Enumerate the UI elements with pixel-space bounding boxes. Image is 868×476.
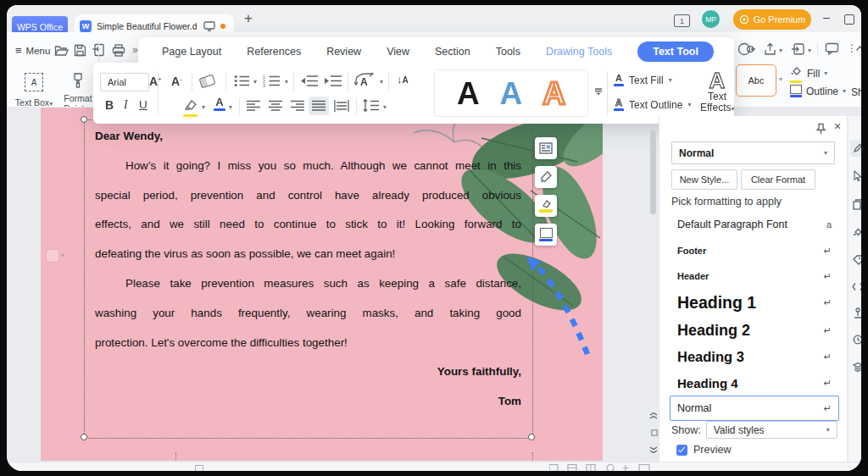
- text-fill-button[interactable]: A Text Fill ▾: [614, 74, 672, 86]
- dropdown-caret[interactable]: ▾: [253, 79, 257, 86]
- quick-brush-button[interactable]: [535, 166, 557, 188]
- vertical-scrollbar[interactable]: [649, 111, 658, 462]
- dropdown-caret[interactable]: ▾: [380, 79, 383, 86]
- ribbon-tab-page-layout[interactable]: Page Layout: [162, 46, 221, 58]
- font-name-select[interactable]: Arial: [100, 73, 149, 91]
- minimize-button[interactable]: –: [823, 10, 830, 24]
- text-direction-icon[interactable]: A: [354, 73, 376, 88]
- dropdown-caret[interactable]: ▾: [229, 104, 232, 111]
- style-item-header[interactable]: Header ↵: [670, 263, 839, 289]
- scrollbar-thumb[interactable]: [650, 130, 656, 214]
- close-panel-icon[interactable]: ×: [834, 119, 841, 133]
- dropdown-caret[interactable]: ▾: [383, 104, 387, 111]
- export-pdf-icon[interactable]: [92, 43, 106, 57]
- shape-outline-button[interactable]: Outline ▾: [790, 85, 846, 97]
- show-styles-select[interactable]: Valid styles ▾: [706, 421, 837, 439]
- shape-style-more-icon[interactable]: ▾: [779, 76, 782, 83]
- share-user-icon[interactable]: [737, 42, 756, 56]
- ribbon-tab-drawing-tools[interactable]: Drawing Tools: [546, 46, 612, 58]
- tag-icon[interactable]: [853, 255, 861, 265]
- increase-font-button[interactable]: A+: [149, 74, 162, 89]
- wordart-more-button[interactable]: [593, 83, 604, 98]
- selection-handle[interactable]: [81, 434, 87, 440]
- quick-highlight-button[interactable]: [535, 195, 557, 217]
- ribbon-tab-view[interactable]: View: [387, 46, 409, 58]
- open-file-icon[interactable]: [54, 44, 69, 57]
- pin-panel-icon[interactable]: [815, 123, 826, 135]
- shape-effects-label[interactable]: Shape: [851, 86, 861, 98]
- new-style-button[interactable]: New Style...: [671, 169, 737, 190]
- style-combobox[interactable]: Normal ▾: [671, 141, 835, 164]
- letter-text[interactable]: Dear Wendy, How’s it going? I miss you s…: [95, 122, 521, 417]
- justify-button[interactable]: [309, 97, 329, 115]
- dropdown-caret[interactable]: ▾: [61, 252, 64, 259]
- comment-icon[interactable]: [825, 42, 839, 55]
- italic-button[interactable]: I: [124, 98, 128, 112]
- print-icon[interactable]: [112, 44, 125, 57]
- dropdown-caret[interactable]: ▾: [808, 47, 811, 54]
- clear-format-eraser-icon[interactable]: [199, 75, 216, 89]
- layout-anchor-icon[interactable]: [46, 249, 59, 263]
- bullet-list-icon[interactable]: [234, 75, 251, 87]
- style-item-normal[interactable]: Normal ↵: [670, 396, 839, 421]
- highlight-color-button[interactable]: [183, 98, 198, 117]
- dropdown-caret[interactable]: ▾: [779, 47, 782, 54]
- scroll-select-object-icon[interactable]: [651, 429, 658, 436]
- copy-pages-icon[interactable]: [853, 199, 861, 210]
- line-spacing-icon[interactable]: [363, 99, 380, 112]
- shape-fill-button[interactable]: Fill ▾: [790, 64, 827, 83]
- style-item-footer[interactable]: Footer ↵: [670, 238, 839, 263]
- bold-button[interactable]: B: [105, 98, 114, 112]
- code-icon[interactable]: [852, 282, 861, 291]
- pencil-icon[interactable]: [853, 143, 861, 153]
- numbered-list-icon[interactable]: 123: [263, 75, 281, 87]
- menu-button[interactable]: ≡ Menu: [15, 44, 50, 57]
- scroll-prev-page-icon[interactable]: [649, 412, 658, 421]
- layers-icon[interactable]: [853, 362, 861, 372]
- ribbon-tab-tools[interactable]: Tools: [496, 46, 520, 58]
- style-item-default-paragraph-font[interactable]: Default Paragraph Font a: [670, 211, 839, 238]
- connector-icon[interactable]: [853, 307, 861, 318]
- wordart-style-blue[interactable]: A: [500, 78, 523, 109]
- align-left-icon[interactable]: [246, 100, 261, 112]
- cursor-select-icon[interactable]: [853, 170, 861, 181]
- avatar[interactable]: MP: [702, 10, 720, 28]
- align-right-icon[interactable]: [290, 100, 305, 112]
- ribbon-tab-review[interactable]: Review: [326, 46, 361, 58]
- decrease-font-button[interactable]: A-: [171, 74, 182, 89]
- style-item-heading-1[interactable]: Heading 1 ↵: [670, 289, 839, 317]
- style-item-heading-4[interactable]: Heading 4 ↵: [670, 370, 839, 396]
- shape-style-abc[interactable]: Abc: [736, 64, 776, 97]
- clear-format-button[interactable]: Clear Format: [741, 169, 815, 190]
- ribbon-tab-text-tool[interactable]: Text Tool: [637, 42, 714, 62]
- ribbon-tab-references[interactable]: References: [247, 46, 301, 58]
- style-item-heading-2[interactable]: Heading 2 ↵: [670, 317, 839, 344]
- distribute-icon[interactable]: [334, 100, 349, 112]
- increase-indent-icon[interactable]: [324, 75, 342, 87]
- collapse-ribbon-icon[interactable]: [855, 45, 861, 52]
- style-item-heading-3[interactable]: Heading 3 ↵: [670, 344, 839, 370]
- text-effects-button[interactable]: A Text Effects▾: [700, 69, 734, 113]
- go-premium-button[interactable]: Go Premium: [733, 9, 811, 30]
- font-color-button[interactable]: A: [214, 97, 225, 111]
- window-count-icon[interactable]: 1: [674, 14, 690, 27]
- selection-handle[interactable]: [528, 434, 535, 440]
- share-export-icon[interactable]: [764, 42, 777, 56]
- sort-icon[interactable]: ↓A: [397, 73, 409, 86]
- new-tab-button[interactable]: +: [244, 10, 253, 27]
- maximize-button[interactable]: [844, 14, 854, 25]
- wordart-style-orange[interactable]: A: [542, 78, 565, 109]
- decrease-indent-icon[interactable]: [300, 75, 319, 87]
- statusbar-icon[interactable]: [195, 465, 203, 471]
- view-mode-icons[interactable]: [549, 464, 651, 471]
- underline-button[interactable]: U: [139, 98, 147, 111]
- dropdown-caret[interactable]: ▾: [285, 79, 288, 86]
- fill-bucket-icon[interactable]: [853, 228, 861, 238]
- wrap-options-button[interactable]: [535, 137, 557, 159]
- save-as-icon[interactable]: [791, 42, 805, 56]
- ribbon-tab-section[interactable]: Section: [435, 46, 470, 58]
- align-center-icon[interactable]: [268, 100, 283, 112]
- wordart-style-black[interactable]: A: [457, 78, 480, 109]
- text-outline-button[interactable]: A Text Outline ▾: [614, 98, 691, 111]
- scroll-next-page-icon[interactable]: [649, 445, 658, 453]
